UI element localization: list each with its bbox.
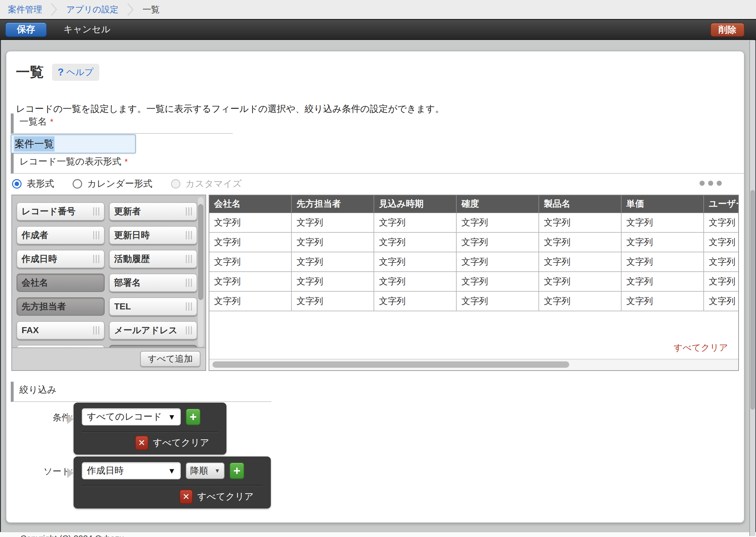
- app-settings-screen: 案件管理アプリの設定一覧 保存 キャンセル 削除 一覧 ? ヘルプ レコードの一…: [0, 0, 756, 537]
- list-name-label: 一覧名*: [11, 113, 233, 134]
- field-item[interactable]: FAX: [17, 321, 105, 340]
- field-item-label: 部署名: [114, 277, 186, 289]
- radio-calendar-format[interactable]: カレンダー形式: [73, 178, 152, 190]
- preview-column-header[interactable]: 見込み時期: [374, 195, 457, 213]
- help-label: ヘルプ: [66, 66, 94, 78]
- drag-handle-icon: [93, 255, 100, 263]
- preview-cell: 文字列: [704, 233, 739, 252]
- clear-all-columns-link[interactable]: すべてクリア: [674, 342, 728, 354]
- field-column-1: 更新者更新日時活動履歴部署名TELメールアドレス見込み時期製品名: [109, 202, 197, 349]
- field-item[interactable]: 更新者: [109, 202, 197, 221]
- preview-cell: 文字列: [292, 233, 374, 252]
- add-all-button[interactable]: すべて追加: [140, 351, 200, 367]
- list-name-input[interactable]: 案件一覧: [11, 134, 136, 153]
- clear-conditions-button[interactable]: ✕: [135, 435, 148, 450]
- field-item[interactable]: メールアドレス: [109, 321, 197, 340]
- radio-customize-format: カスタマイズ: [171, 178, 242, 190]
- drag-handle-icon: [186, 231, 192, 239]
- preview-horizontal-scrollbar: [209, 359, 738, 370]
- sort-field-select[interactable]: 作成日時 ▼: [82, 462, 181, 479]
- clear-sort-button[interactable]: ✕: [180, 489, 193, 504]
- preview-column-header[interactable]: 確度: [457, 195, 539, 213]
- list-name-label-text: 一覧名: [19, 116, 47, 127]
- panel-divider: [82, 485, 263, 486]
- breadcrumb: 案件管理アプリの設定一覧: [0, 0, 756, 19]
- preview-cell: 文字列: [457, 272, 539, 292]
- breadcrumb-item-2: 一覧: [143, 4, 160, 15]
- preview-cell: 文字列: [457, 213, 539, 233]
- radio-table-format[interactable]: 表形式: [12, 178, 54, 190]
- preview-cell: 文字列: [209, 292, 292, 311]
- preview-cell: 文字列: [539, 213, 621, 233]
- preview-cell: 文字列: [374, 272, 457, 292]
- more-options-menu[interactable]: [699, 181, 722, 186]
- help-link[interactable]: ? ヘルプ: [52, 64, 99, 81]
- list-name-value: 案件一覧: [14, 136, 55, 151]
- preview-cell: 文字列: [704, 292, 739, 311]
- field-item[interactable]: 作成日時: [17, 250, 105, 268]
- clear-sort-label[interactable]: すべてクリア: [197, 490, 254, 503]
- field-picker-footer: すべて追加: [12, 348, 205, 370]
- chevron-down-icon: ▼: [168, 412, 176, 422]
- breadcrumb-item-0[interactable]: 案件管理: [8, 4, 42, 15]
- sort-order-select[interactable]: 降順 ▼: [186, 463, 225, 479]
- field-item[interactable]: レコード番号: [17, 202, 105, 221]
- breadcrumb-item-1[interactable]: アプリの設定: [66, 4, 119, 15]
- preview-cell: 文字列: [621, 213, 704, 233]
- field-item[interactable]: 先方担当者: [17, 297, 105, 316]
- field-list: レコード番号作成者作成日時会社名先方担当者FAX案件担当者名確度更新者更新日時活…: [12, 195, 205, 349]
- preview-cell: 文字列: [209, 233, 292, 252]
- cancel-button[interactable]: キャンセル: [63, 23, 110, 36]
- condition-clear-row: ✕ すべてクリア: [82, 435, 218, 450]
- field-item[interactable]: 更新日時: [109, 226, 197, 244]
- sort-order-value: 降順: [190, 465, 214, 477]
- preview-cell: 文字列: [704, 272, 739, 292]
- save-button[interactable]: 保存: [5, 22, 47, 37]
- radio-label: カレンダー形式: [87, 178, 152, 190]
- radio-label: カスタマイズ: [186, 178, 242, 190]
- add-condition-button[interactable]: +: [186, 409, 200, 425]
- more-menu-icon: [699, 181, 705, 186]
- preview-cell: 文字列: [374, 292, 457, 311]
- drag-handle-icon: [186, 326, 192, 334]
- list-builder: レコード番号作成者作成日時会社名先方担当者FAX案件担当者名確度更新者更新日時活…: [16, 195, 739, 371]
- field-item[interactable]: 活動履歴: [109, 250, 197, 268]
- field-list-scrollbar-thumb[interactable]: [198, 204, 203, 300]
- preview-column-header[interactable]: 会社名: [209, 195, 292, 213]
- preview-cell: 文字列: [209, 252, 292, 272]
- preview-cell: 文字列: [292, 252, 374, 272]
- radio-label: 表形式: [27, 178, 54, 190]
- clear-conditions-label[interactable]: すべてクリア: [153, 436, 209, 449]
- field-list-scrollbar: [198, 197, 204, 347]
- add-sort-button[interactable]: +: [230, 463, 244, 479]
- field-item-label: 作成日時: [21, 253, 93, 265]
- preview-cell: 文字列: [457, 233, 539, 252]
- field-item[interactable]: 部署名: [109, 273, 197, 292]
- drag-handle-icon: [93, 231, 100, 239]
- page-scrollbar-thumb[interactable]: [751, 190, 755, 410]
- delete-button[interactable]: 削除: [710, 23, 744, 37]
- field-item-label: レコード番号: [21, 205, 93, 218]
- preview-horizontal-scrollbar-thumb[interactable]: [212, 361, 569, 368]
- field-item-label: 作成者: [21, 229, 93, 241]
- field-item[interactable]: 作成者: [17, 226, 105, 244]
- preview-column-header[interactable]: 単価: [621, 195, 704, 213]
- drag-handle-icon: [93, 207, 100, 216]
- field-item[interactable]: TEL: [109, 297, 197, 316]
- field-item[interactable]: 会社名: [17, 273, 105, 292]
- sort-label: ソート:: [16, 465, 73, 477]
- preview-cell: 文字列: [209, 213, 292, 233]
- preview-cell: 文字列: [539, 292, 621, 311]
- preview-column-header[interactable]: 製品名: [539, 195, 621, 213]
- preview-cell: 文字列: [621, 272, 704, 292]
- condition-panel: すべてのレコード ▼ + ✕ すべてクリア: [73, 403, 227, 455]
- condition-select[interactable]: すべてのレコード ▼: [82, 408, 181, 426]
- preview-cell: 文字列: [621, 292, 704, 311]
- page-scrollbar: [749, 41, 755, 536]
- preview-column-header[interactable]: 先方担当者: [292, 195, 374, 213]
- display-format-label-text: レコード一覧の表示形式: [19, 156, 121, 166]
- required-mark: *: [125, 157, 128, 166]
- preview-table-area: 会社名先方担当者見込み時期確度製品名単価ユーザー数文字列文字列文字列文字列文字列…: [209, 195, 739, 371]
- preview-cell: 文字列: [704, 252, 739, 272]
- preview-column-header[interactable]: ユーザー数: [704, 195, 739, 213]
